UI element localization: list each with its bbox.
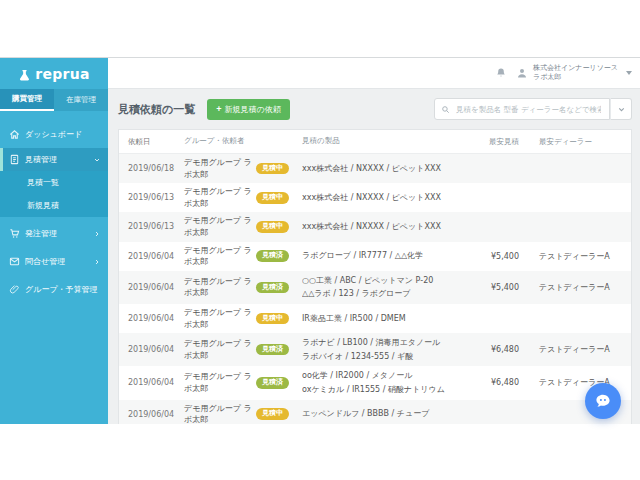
group-requester: デモ用グループ ラボ太郎 (184, 157, 256, 180)
request-date: 2019/06/13 (119, 222, 184, 231)
request-date: 2019/06/04 (119, 378, 184, 387)
sidebar-item-label: 問合せ管理 (25, 256, 65, 267)
quoted-products: xxx株式会社 / NXXXX / ピペットXXX (302, 162, 459, 176)
lowest-price: ¥5,400 (459, 252, 519, 261)
caret-down-icon (626, 71, 632, 75)
status-badge: 見積済 (256, 250, 289, 262)
app-window: reprua 購買管理 在庫管理 ダッシュボード 見積管理 (0, 57, 640, 424)
request-date: 2019/06/04 (119, 410, 184, 419)
company-name: 株式会社インナーリソース (533, 64, 618, 73)
new-quote-request-label: 新規見積の依頼 (225, 104, 281, 115)
table-row[interactable]: 2019/06/13 デモ用グループ ラボ太郎 見積中 xxx株式会社 / NX… (119, 212, 631, 241)
page-content: 見積依頼の一覧 + 新規見積の依頼 (108, 89, 640, 424)
search-icon (441, 105, 450, 114)
quote-table: 依頼日 グループ・依頼者 見積の製品 最安見積 最安ディーラー 2019/06/… (118, 129, 632, 424)
table-row[interactable]: 2019/06/04 デモ用グループ ラボ太郎 見積中 IR薬品工業 / IR5… (119, 304, 631, 333)
chat-bubble-icon (594, 392, 612, 410)
quoted-products: ラボグローブ / IR7777 / △△化学 (302, 249, 459, 263)
group-requester: デモ用グループ ラボ太郎 (184, 245, 256, 268)
lowest-price: ¥5,400 (459, 283, 519, 292)
sidebar-item-inquiry-management[interactable]: 問合せ管理 (0, 250, 108, 273)
sidebar-item-dashboard[interactable]: ダッシュボード (0, 123, 108, 146)
quoted-products: エッペンドルフ / BBBB / チューブ (302, 407, 459, 421)
quoted-products: ラボナビ / LB100 / 消毒用エタノール ラボバイオ / 1234-555… (302, 336, 459, 363)
cart-icon (9, 228, 20, 239)
lowest-price: ¥6,480 (459, 378, 519, 387)
quoted-products: IR薬品工業 / IR500 / DMEM (302, 312, 459, 326)
status-badge: 見積済 (256, 282, 289, 294)
main-area: 株式会社インナーリソース ラボ太郎 見積依頼の一覧 + 新規見積の依頼 (108, 58, 640, 424)
status-badge: 見積中 (256, 313, 289, 325)
status-badge: 見積済 (256, 377, 289, 389)
request-date: 2019/06/04 (119, 314, 184, 323)
group-requester: デモ用グループ ラボ太郎 (184, 403, 256, 425)
sidebar-item-quote-management[interactable]: 見積管理 (0, 148, 108, 171)
request-date: 2019/06/18 (119, 164, 184, 173)
brand-name: reprua (35, 66, 90, 82)
sidebar-item-order-management[interactable]: 発注管理 (0, 222, 108, 245)
group-requester: デモ用グループ ラボ太郎 (184, 186, 256, 209)
account-menu[interactable]: 株式会社インナーリソース ラボ太郎 (516, 64, 632, 83)
table-row[interactable]: 2019/06/18 デモ用グループ ラボ太郎 見積中 xxx株式会社 / NX… (119, 154, 631, 183)
sidebar-item-quote-list[interactable]: 見積一覧 (0, 171, 108, 194)
sidebar-menu: ダッシュボード 見積管理 見積一覧 新規見積 (0, 111, 108, 301)
chat-launcher-button[interactable] (585, 383, 621, 419)
search-filter-select[interactable] (610, 98, 632, 120)
status-badge: 見積済 (256, 344, 289, 356)
request-date: 2019/06/13 (119, 193, 184, 202)
quoted-products: ○○工業 / ABC / ピペットマン P-20 △△ラボ / 123 / ラボ… (302, 274, 459, 301)
quoted-products: xxx株式会社 / NXXXX / ピペットXXX (302, 191, 459, 205)
chevron-right-icon (93, 258, 101, 266)
group-requester: デモ用グループ ラボ太郎 (184, 338, 256, 361)
sidebar: reprua 購買管理 在庫管理 ダッシュボード 見積管理 (0, 58, 108, 424)
header-lowest-dealer: 最安ディーラー (519, 137, 631, 147)
bell-icon[interactable] (495, 67, 507, 79)
group-requester: デモ用グループ ラボ太郎 (184, 371, 256, 394)
tab-purchase-management[interactable]: 購買管理 (0, 89, 54, 111)
sidebar-item-label: 新規見積 (27, 200, 59, 211)
status-badge: 見積中 (256, 221, 289, 233)
lowest-dealer: テストディーラーA (519, 282, 631, 293)
sidebar-item-group-budget-management[interactable]: グループ・予算管理 (0, 278, 108, 301)
new-quote-request-button[interactable]: + 新規見積の依頼 (207, 99, 289, 120)
plus-icon: + (216, 105, 221, 114)
lowest-dealer: テストディーラーA (519, 344, 631, 355)
search-group (434, 98, 632, 120)
header-lowest-price: 最安見積 (459, 137, 519, 147)
group-requester: デモ用グループ ラボ太郎 (184, 276, 256, 299)
table-row[interactable]: 2019/06/13 デモ用グループ ラボ太郎 見積中 xxx株式会社 / NX… (119, 183, 631, 212)
table-row[interactable]: 2019/06/04 デモ用グループ ラボ太郎 見積済 oo化学 / IR200… (119, 366, 631, 399)
table-row[interactable]: 2019/06/04 デモ用グループ ラボ太郎 見積済 ラボナビ / LB100… (119, 333, 631, 366)
sidebar-item-label: ダッシュボード (25, 129, 82, 140)
sidebar-item-label: 見積管理 (25, 154, 57, 165)
paperclip-icon (9, 284, 20, 295)
tab-inventory-management[interactable]: 在庫管理 (54, 89, 108, 111)
table-header-row: 依頼日 グループ・依頼者 見積の製品 最安見積 最安ディーラー (119, 130, 631, 154)
table-row[interactable]: 2019/06/04 デモ用グループ ラボ太郎 見積済 ラボグローブ / IR7… (119, 242, 631, 271)
mail-icon (9, 256, 20, 267)
home-icon (9, 129, 20, 140)
status-badge: 見積中 (256, 408, 289, 420)
account-info: 株式会社インナーリソース ラボ太郎 (533, 64, 618, 83)
quoted-products: xxx株式会社 / NXXXX / ピペットXXX (302, 220, 459, 234)
group-requester: デモ用グループ ラボ太郎 (184, 307, 256, 330)
page-title: 見積依頼の一覧 (118, 102, 195, 117)
status-badge: 見積中 (256, 192, 289, 204)
table-row[interactable]: 2019/06/04 デモ用グループ ラボ太郎 見積済 ○○工業 / ABC /… (119, 271, 631, 304)
header-quoted-products: 見積の製品 (302, 135, 459, 148)
flask-icon (18, 67, 31, 80)
table-row[interactable]: 2019/06/04 デモ用グループ ラボ太郎 見積中 エッペンドルフ / BB… (119, 400, 631, 425)
sidebar-item-label: グループ・予算管理 (25, 284, 98, 295)
request-date: 2019/06/04 (119, 283, 184, 292)
logo[interactable]: reprua (0, 58, 108, 89)
sidebar-item-new-quote[interactable]: 新規見積 (0, 194, 108, 217)
search-input[interactable] (454, 104, 603, 115)
sidebar-item-label: 見積一覧 (27, 177, 59, 188)
user-name: ラボ太郎 (533, 73, 618, 82)
topbar: 株式会社インナーリソース ラボ太郎 (108, 58, 640, 89)
request-date: 2019/06/04 (119, 252, 184, 261)
quoted-products: oo化学 / IR2000 / メタノール oxケミカル / IR1555 / … (302, 369, 459, 396)
user-icon (516, 67, 528, 79)
header-request-date: 依頼日 (119, 137, 184, 147)
lowest-dealer: テストディーラーA (519, 251, 631, 262)
